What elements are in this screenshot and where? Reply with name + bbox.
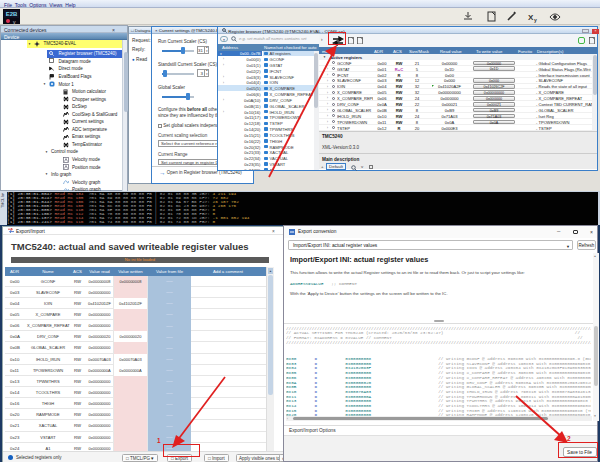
svg-text:y: y [534,17,537,23]
